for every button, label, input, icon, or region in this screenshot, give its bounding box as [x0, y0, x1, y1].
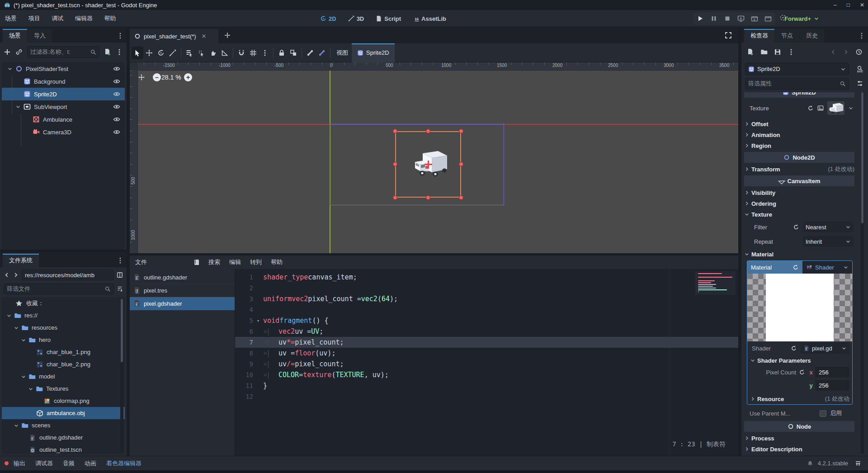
panel-output[interactable]: 输出 — [9, 456, 30, 471]
viewport-canvas[interactable]: -1500-1000-50005001000150020002500300035… — [130, 62, 738, 253]
scene-dock-menu-icon[interactable] — [117, 32, 124, 39]
visibility-toggle[interactable] — [113, 65, 120, 72]
scene-tab-active[interactable]: pixel_shader_test(*) — [130, 29, 218, 43]
right-splitter[interactable] — [738, 27, 741, 456]
resource-options-menu[interactable] — [788, 48, 795, 56]
tab-3d[interactable]: 3D — [344, 14, 368, 24]
select-tool-button[interactable] — [132, 47, 143, 59]
new-resource-button[interactable] — [747, 48, 754, 56]
code-line-8[interactable]: 8»|uv = floor(uv); — [235, 348, 738, 359]
menu-scene[interactable]: 场景 — [0, 10, 22, 27]
section-editor-description[interactable]: Editor Description — [741, 444, 857, 454]
snap-options-menu[interactable] — [259, 47, 271, 59]
tree-node-pixelshadertest[interactable]: PixelShaderTest — [2, 62, 125, 75]
notification-bell-icon[interactable] — [807, 460, 813, 467]
script-dropdown[interactable]: <空> — [803, 455, 854, 456]
pivot-tool-button[interactable] — [195, 47, 207, 59]
load-resource-button[interactable] — [760, 48, 768, 56]
save-resource-button[interactable] — [774, 48, 781, 56]
material-value-dropdown[interactable]: Shader — [802, 261, 852, 274]
pixel-count-x-field[interactable]: x 256 — [807, 367, 849, 378]
section-texture[interactable]: Texture — [741, 209, 857, 220]
list-select-tool-button[interactable] — [184, 47, 195, 59]
collapse-icon[interactable] — [28, 386, 33, 392]
shader-edit-menu[interactable]: 编辑 — [225, 255, 245, 269]
expand-bottom-panel-button[interactable] — [854, 460, 862, 467]
visibility-toggle[interactable] — [113, 103, 120, 110]
shader-help-menu[interactable]: 帮助 — [266, 255, 287, 269]
expand-viewport-button[interactable] — [725, 32, 732, 39]
tree-node-subviewport[interactable]: SubViewport — [2, 100, 125, 113]
panel-debugger[interactable]: 调试器 — [30, 456, 58, 471]
collapse-icon[interactable] — [21, 374, 26, 379]
add-node-button[interactable] — [4, 48, 11, 56]
zoom-level[interactable]: 28.1 % — [161, 74, 181, 81]
zoom-out-button[interactable]: – — [153, 73, 161, 81]
file-row-colormap[interactable]: colormap.png — [2, 395, 125, 407]
history-forward-button[interactable] — [843, 49, 849, 55]
code-line-5[interactable]: 5▾void fragment() { — [235, 315, 738, 326]
revert-icon[interactable] — [793, 264, 799, 270]
attach-script-button[interactable] — [104, 48, 111, 56]
movie-maker-button[interactable] — [764, 15, 772, 22]
lock-node-button[interactable] — [276, 47, 288, 59]
shader-search-menu[interactable]: 搜索 — [204, 255, 225, 269]
section-shader-parameters[interactable]: Shader Parameters — [747, 355, 852, 366]
file-row-resources[interactable]: resources — [2, 322, 125, 334]
zoom-in-button[interactable]: + — [184, 73, 192, 81]
filesystem-menu-icon[interactable] — [117, 257, 124, 264]
material-property[interactable]: Material — [747, 261, 802, 274]
file-row-scenes[interactable]: scenes — [2, 419, 125, 431]
file-row-model[interactable]: model — [2, 370, 125, 383]
new-tab-button[interactable] — [224, 32, 231, 39]
tree-node-ambulance[interactable]: Ambulance — [2, 113, 125, 126]
inspector-menu-icon[interactable] — [858, 32, 865, 39]
minimize-button[interactable]: – — [834, 2, 837, 8]
tree-node-background[interactable]: Background — [2, 75, 125, 88]
file-row-textures[interactable]: Textures — [2, 383, 125, 395]
property-tools-button[interactable] — [856, 80, 863, 87]
resize-handle-bl[interactable] — [393, 195, 397, 200]
texture-thumbnail[interactable] — [827, 101, 844, 115]
resize-handle-t[interactable] — [426, 129, 430, 133]
close-button[interactable]: ✕ — [860, 2, 864, 8]
panel-shader-editor[interactable]: 着色器编辑器 — [101, 456, 146, 471]
file-row-outline-gdshader[interactable]: outline.gdshader — [2, 431, 125, 444]
file-row-hero[interactable]: hero — [2, 334, 125, 346]
section-resource[interactable]: Resource (1 处改动 — [747, 393, 852, 404]
shader-code-editor[interactable]: 1shader_type canvas_item;23uniform vec2 … — [235, 269, 738, 456]
ambulance-sprite[interactable] — [410, 148, 450, 178]
menu-editor[interactable]: 编辑器 — [70, 10, 98, 27]
code-line-9[interactable]: 9»|uv /= pixel_count; — [235, 359, 738, 369]
code-line-10[interactable]: 10»|COLOR = texture(TEXTURE, uv); — [235, 369, 738, 380]
revert-icon[interactable] — [791, 345, 797, 351]
panel-audio[interactable]: 音频 — [58, 456, 80, 471]
shader-file-menu[interactable]: 文件 — [131, 255, 151, 269]
collapse-icon[interactable] — [6, 313, 12, 318]
section-ordering[interactable]: Ordering — [741, 198, 857, 209]
group-node-button[interactable] — [288, 47, 299, 59]
file-row-char-blue-1[interactable]: char_blue_1.png — [2, 346, 125, 358]
pause-button[interactable] — [710, 15, 717, 22]
file-row-ambulance-obj[interactable]: ambulance.obj — [2, 407, 125, 419]
revert-icon[interactable] — [799, 369, 805, 375]
instance-scene-button[interactable] — [15, 48, 23, 56]
section-animation[interactable]: Animation — [741, 129, 857, 140]
filter-dropdown[interactable]: Nearest — [803, 222, 854, 232]
shader-file-outline[interactable]: outline.gdshader — [130, 271, 235, 284]
revert-icon[interactable] — [807, 105, 814, 111]
pan-tool-button[interactable] — [207, 47, 219, 59]
history-back-button[interactable] — [830, 49, 836, 55]
close-tab-icon[interactable] — [201, 33, 207, 39]
move-tool-button[interactable] — [143, 47, 155, 59]
revert-icon[interactable] — [793, 224, 799, 230]
section-offset[interactable]: Offset — [741, 118, 857, 129]
view-menu[interactable]: 视图 — [333, 46, 352, 60]
use-parent-material-checkbox[interactable] — [820, 410, 826, 417]
tree-node-sprite2d[interactable]: Sprite2D — [2, 88, 125, 100]
section-region[interactable]: Region — [741, 140, 857, 151]
open-docs-button[interactable] — [856, 65, 863, 72]
section-transform[interactable]: Transform (1 处改动) — [741, 164, 857, 175]
path-bar[interactable]: res://resources/model/amb — [22, 270, 114, 280]
tree-node-camera3d[interactable]: Camera3D — [2, 126, 125, 138]
